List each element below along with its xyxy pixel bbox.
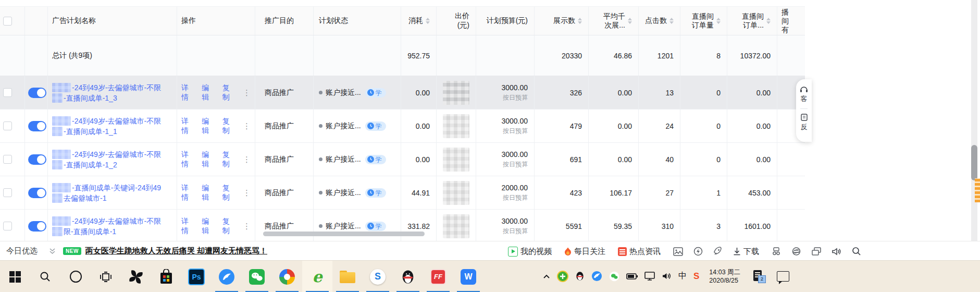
detail-link[interactable]: 详情 [181,117,195,136]
row-checkbox[interactable] [3,188,12,197]
feedback-label[interactable]: 反 [801,123,808,132]
headline-link[interactable]: 两女医学生跪地救人无效后痛哭 却遭网友无情恶骂！ [85,246,267,256]
sort-carets-icon[interactable] [426,18,430,24]
detail-link[interactable]: 详情 [181,150,195,169]
sogou-ime-icon[interactable]: S [693,271,699,282]
vertical-scrollbar-track[interactable] [971,0,977,241]
qq-tray-icon[interactable] [575,271,585,282]
ms-store-button[interactable] [151,261,181,292]
channel-label[interactable]: 今日优选 [6,246,38,256]
more-actions-icon[interactable]: ⋮ [243,155,251,164]
security-app-tray-icon[interactable] [557,271,568,282]
edit-link[interactable]: 编辑 [202,184,215,202]
sort-carets-icon[interactable] [716,18,721,24]
file-explorer-button[interactable] [332,261,363,292]
notification-tool-icon[interactable]: 2 [752,270,766,283]
more-actions-icon[interactable]: ⋮ [243,121,251,131]
rocket-icon[interactable] [713,247,723,256]
qq-button[interactable] [393,261,423,292]
row-checkbox[interactable] [3,222,12,230]
chevron-double-down-icon[interactable] [49,248,56,255]
my-videos-button[interactable]: 我的视频 [508,247,552,257]
plan-name-link[interactable]: -直播间成单-1_2 [64,160,117,170]
volume-icon[interactable] [662,272,672,281]
action-center-icon[interactable] [777,271,789,282]
horizontal-scrollbar-thumb[interactable] [263,232,425,236]
taskbar-clock[interactable]: 14:03 周二 2020/8/25 [709,268,740,285]
apps-icon[interactable] [772,247,781,256]
taskbar-search-button[interactable] [30,261,60,292]
hot-news-button[interactable]: 热点资讯 [618,247,661,257]
wechat-button[interactable] [242,261,272,292]
plan-name-link[interactable]: -24到49岁-去偏僻城市-不限 [72,82,161,93]
sort-carets-icon[interactable] [669,18,674,24]
side-panel-handle[interactable] [975,178,980,202]
tray-chevron-icon[interactable] [543,274,550,279]
display-icon[interactable] [644,272,655,281]
more-actions-icon[interactable]: ⋮ [243,88,251,98]
wangwang-tray-icon[interactable] [591,271,602,282]
plan-name-link[interactable]: -直播间成单-1_1 [64,126,117,137]
more-actions-icon[interactable]: ⋮ [243,188,251,198]
row-checkbox[interactable] [3,155,12,164]
wechat-tray-icon[interactable] [609,271,619,282]
edit-link[interactable]: 编辑 [202,117,215,136]
plan-toggle-switch[interactable] [28,88,46,98]
copy-link[interactable]: 复制 [222,83,236,102]
search-icon[interactable] [852,247,861,256]
download-button[interactable]: 下载 [733,247,759,257]
edit-link[interactable]: 编辑 [202,217,215,236]
plan-toggle-switch[interactable] [28,121,46,131]
sort-carets-icon[interactable] [578,18,582,24]
edit-link[interactable]: 编辑 [202,83,215,102]
sort-carets-icon[interactable] [628,18,632,24]
photo-icon[interactable] [673,247,683,256]
speaker-icon[interactable] [832,247,841,256]
copy-link[interactable]: 复制 [222,217,236,236]
detail-link[interactable]: 详情 [181,184,195,202]
plan-name-link[interactable]: -直播间成单-关键词-24到49 [72,182,161,193]
redacted-mosaic [52,216,71,226]
vertical-scrollbar-thumb[interactable] [971,145,977,180]
green-e-browser-button[interactable]: e [302,261,332,292]
row-checkbox[interactable] [3,121,12,130]
sogou-browser-button[interactable]: S [363,261,393,292]
plan-name-link[interactable]: -直播间成单-1_3 [64,93,117,103]
select-all-checkbox[interactable] [3,17,12,26]
more-actions-icon[interactable]: ⋮ [243,222,251,231]
browser-swirl-button[interactable] [272,261,302,292]
ff-app-button[interactable]: FF [423,261,453,292]
plan-name-link[interactable]: -24到49岁-去偏僻城市-不限 [72,149,161,160]
detail-link[interactable]: 详情 [181,83,195,102]
qianniu-button[interactable] [212,261,242,292]
w-app-button[interactable]: W [453,261,483,292]
edit-link[interactable]: 编辑 [202,150,215,169]
learning-badge: 学 [365,88,386,98]
ie-browser-icon[interactable] [791,247,801,256]
plan-toggle-switch[interactable] [28,188,46,198]
plan-name-link[interactable]: 限-直播间成单-1 [64,226,116,237]
speed-boost-icon[interactable] [693,247,703,256]
cortana-button[interactable] [60,261,91,292]
copy-link[interactable]: 复制 [222,150,236,169]
ime-language-indicator[interactable]: 中 [678,271,687,282]
task-view-button[interactable] [91,261,121,292]
photoshop-button[interactable]: Ps [181,261,212,292]
copy-link[interactable]: 复制 [222,184,236,202]
customer-service-widget[interactable]: 客 反 [796,79,812,142]
copy-link[interactable]: 复制 [222,117,236,136]
customer-service-label[interactable]: 客 [801,94,808,104]
plan-toggle-switch[interactable] [28,154,46,165]
plan-toggle-switch[interactable] [28,221,46,232]
daily-follow-button[interactable]: 每日关注 [564,247,605,257]
detail-link[interactable]: 详情 [181,217,195,236]
sort-carets-icon[interactable] [766,18,771,24]
battery-icon[interactable] [626,273,638,280]
pinwheel-app-button[interactable] [121,261,151,292]
windows-stack-icon[interactable] [812,247,821,256]
plan-name-link[interactable]: -24到49岁-去偏僻城市-不限 [72,116,161,126]
plan-name-link[interactable]: -24到49岁-去偏僻城市-不限 [72,216,161,226]
start-button[interactable] [0,261,30,292]
plan-name-link[interactable]: 去偏僻城市-1 [64,193,106,203]
row-checkbox[interactable] [3,88,12,97]
